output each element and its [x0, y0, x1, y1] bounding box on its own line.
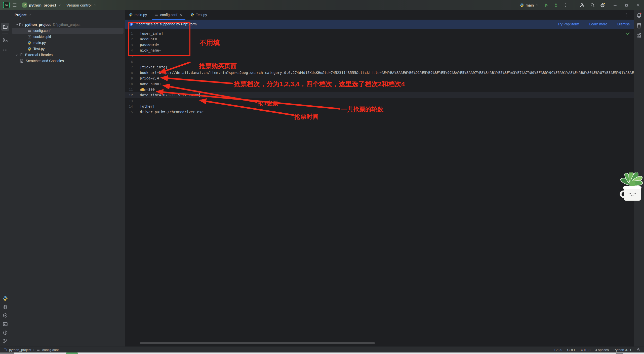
plots-button[interactable] — [636, 32, 642, 38]
more-button[interactable] — [1, 46, 9, 54]
services-button[interactable] — [1, 311, 9, 320]
line-number[interactable]: 6 — [125, 59, 133, 65]
tree-item-python-project[interactable]: python_projectD:\python_project — [12, 22, 124, 28]
code-line-9[interactable]: 9price=2,4 — [125, 75, 634, 81]
status-line-ending[interactable]: CRLF — [567, 348, 576, 352]
tree-item-scratches-and-consoles[interactable]: Scratches and Consoles — [12, 58, 124, 64]
lock-open-icon[interactable] — [636, 348, 640, 352]
code-text: driver_path=./chromedriver.exe — [140, 109, 204, 115]
line-number[interactable]: 12 — [125, 92, 133, 98]
line-number[interactable]: 15 — [125, 109, 133, 115]
code-line-15[interactable]: 15driver_path=./chromedriver.exe — [125, 109, 634, 115]
settings-button[interactable] — [597, 0, 608, 10]
code-line-11[interactable]: 11num=300 — [125, 87, 634, 93]
tree-item-main-py[interactable]: main.py — [12, 40, 124, 46]
project-panel-header[interactable]: Project — [10, 10, 125, 20]
code-line-1[interactable]: 1[user_info] — [125, 31, 634, 36]
line-number[interactable]: 14 — [125, 104, 133, 109]
code-line-12[interactable]: 12date_time=2023-11-5 22:10:00 — [125, 92, 634, 98]
tree-item-label: Test.py — [33, 47, 45, 51]
code-segment: name_num=1 — [140, 82, 161, 86]
terminal-button[interactable] — [1, 320, 9, 328]
project-folder-button[interactable] — [1, 23, 9, 31]
line-number[interactable]: 2 — [125, 36, 133, 42]
tree-item-cookies-pkl[interactable]: ?cookies.pkl — [12, 34, 124, 40]
more-icon — [3, 47, 8, 53]
tab-main-py[interactable]: main.py — [125, 10, 151, 20]
problems-icon — [3, 330, 8, 335]
maximize-button[interactable] — [621, 0, 632, 10]
debug-bug-icon — [554, 3, 558, 8]
problems-button[interactable] — [1, 328, 9, 337]
code-editor[interactable]: 1[user_info]2account=3password=4nick_nam… — [125, 29, 634, 346]
line-number[interactable]: 1 — [125, 31, 133, 36]
project-switcher[interactable]: P python_project — [20, 0, 64, 10]
code-line-13[interactable]: 13 — [125, 98, 634, 104]
close-button[interactable] — [632, 0, 644, 10]
plots-icon — [636, 32, 642, 38]
banner-link-try-phpstorm[interactable]: Try PhpStorm — [558, 22, 579, 26]
horizontal-scrollbar[interactable] — [140, 342, 375, 344]
line-number[interactable]: 10 — [125, 81, 133, 87]
tree-item-config-conf[interactable]: config.conf — [12, 28, 124, 34]
status-interpreter[interactable]: Python 3.11 — [614, 348, 631, 352]
line-number[interactable]: 3 — [125, 42, 133, 48]
minimize-button[interactable] — [609, 0, 621, 10]
folder-file-icon — [19, 22, 23, 27]
run-configuration-selector[interactable]: main — [517, 0, 541, 10]
tree-item-test-py[interactable]: Test.py — [12, 46, 124, 52]
intention-bulb-icon[interactable] — [141, 88, 144, 91]
terminal-icon — [3, 321, 8, 327]
python-console-button[interactable] — [1, 294, 9, 302]
code-line-14[interactable]: 14[other] — [125, 104, 634, 109]
chevron-right-icon[interactable] — [15, 53, 19, 57]
tab-config-conf[interactable]: config.conf — [151, 10, 186, 20]
code-segment: nick_name= — [140, 48, 161, 52]
line-number[interactable]: 8 — [125, 70, 133, 76]
banner-link-dismiss[interactable]: Dismiss — [617, 22, 630, 26]
version-control-menu[interactable]: Version control — [64, 0, 99, 10]
version-control-button[interactable] — [1, 337, 9, 345]
code-text: date_time=2023-11-5 22:10:00 — [140, 92, 200, 98]
tree-item-external-libraries[interactable]: External Libraries — [12, 52, 124, 58]
database-button[interactable] — [636, 23, 642, 29]
code-line-8[interactable]: 8book_url=https://detail.damai.cn/item.h… — [125, 70, 634, 76]
code-line-10[interactable]: 10name_num=1 — [125, 81, 634, 87]
status-caret-position[interactable]: 12:29 — [554, 348, 562, 352]
project-tool-window: Project python_projectD:\python_projectc… — [10, 10, 125, 346]
structure-button[interactable] — [1, 36, 9, 44]
line-number[interactable]: 9 — [125, 75, 133, 81]
main-menu-button[interactable] — [10, 0, 20, 10]
breadcrumb-project[interactable]: python_project — [9, 348, 31, 352]
status-breadcrumb[interactable]: python_project › config.conf — [0, 348, 59, 352]
line-number[interactable]: 13 — [125, 98, 133, 104]
python-console-icon — [3, 296, 8, 301]
code-line-2[interactable]: 2account= — [125, 36, 634, 42]
status-indent[interactable]: 4 spaces — [595, 348, 609, 352]
code-line-7[interactable]: 7[ticket_info] — [125, 64, 634, 70]
code-with-me-button[interactable] — [577, 0, 587, 10]
run-button[interactable] — [541, 0, 551, 10]
inspections-ok-icon[interactable] — [626, 31, 630, 36]
code-line-6[interactable]: 6 — [125, 59, 634, 65]
line-number[interactable]: 7 — [125, 64, 133, 70]
more-actions-button[interactable] — [561, 0, 571, 10]
tab-test-py[interactable]: Test.py — [186, 10, 211, 20]
chevron-down-icon — [28, 13, 31, 17]
status-encoding[interactable]: UTF-8 — [581, 348, 590, 352]
code-line-3[interactable]: 3password= — [125, 42, 634, 48]
chevron-down-icon[interactable] — [15, 23, 19, 27]
notifications-button[interactable] — [636, 12, 642, 18]
code-line-5[interactable]: 5 — [125, 53, 634, 59]
debug-button[interactable] — [551, 0, 561, 10]
line-number[interactable]: 4 — [125, 48, 133, 53]
breadcrumb-file[interactable]: config.conf — [42, 348, 59, 352]
search-everywhere-button[interactable] — [587, 0, 597, 10]
more-vertical-icon — [624, 13, 628, 17]
banner-link-learn-more[interactable]: Learn more — [589, 22, 607, 26]
code-line-4[interactable]: 4nick_name= — [125, 48, 634, 53]
line-number[interactable]: 11 — [125, 87, 133, 93]
line-number[interactable]: 5 — [125, 53, 133, 59]
python-packages-button[interactable] — [1, 303, 9, 311]
tab-close-icon[interactable] — [179, 13, 183, 17]
